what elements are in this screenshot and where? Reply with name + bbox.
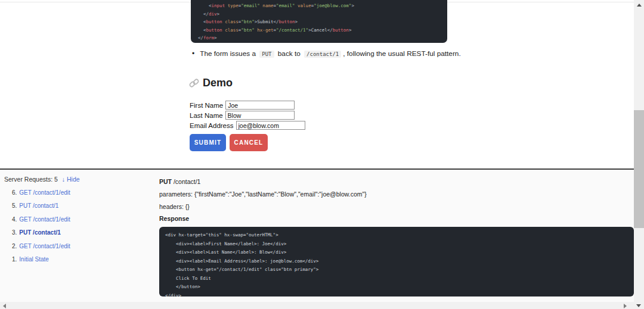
- request-number: 3.: [12, 229, 17, 236]
- request-link[interactable]: Initial State: [19, 256, 48, 263]
- demo-heading-text: Demo: [203, 77, 233, 89]
- field-row-email: Email Address: [190, 120, 305, 130]
- request-link[interactable]: PUT /contact/1: [19, 202, 58, 209]
- first-name-input[interactable]: [225, 101, 295, 110]
- request-number: 2.: [12, 243, 17, 249]
- request-list: 6.GET /contact/1/edit5.PUT /contact/14.G…: [12, 186, 70, 266]
- email-input[interactable]: [236, 121, 305, 130]
- cancel-button[interactable]: CANCEL: [230, 134, 268, 151]
- request-method-line: PUT /contact/1: [159, 177, 634, 186]
- request-method: PUT: [159, 178, 172, 185]
- request-number: 6.: [12, 189, 17, 196]
- response-code: <div hx-target="this" hx-swap="outerHTML…: [159, 227, 634, 296]
- form-buttons: SUBMIT CANCEL: [190, 134, 305, 151]
- submit-button[interactable]: SUBMIT: [190, 134, 226, 151]
- scroll-left-arrow-icon[interactable]: [3, 304, 6, 308]
- last-name-input[interactable]: [225, 111, 295, 120]
- server-requests-title: Server Requests: 5: [4, 176, 58, 183]
- request-list-item: 4.GET /contact/1/edit: [12, 213, 70, 226]
- note-bullet-item: • The form issues a PUT back to /contact…: [192, 49, 466, 59]
- request-list-item: 6.GET /contact/1/edit: [12, 186, 70, 199]
- demo-form: First Name Last Name Email Address SUBMI…: [190, 100, 305, 151]
- scrollbar-corner: [634, 302, 644, 309]
- request-list-item: 2.GET /contact/1/edit: [12, 240, 70, 253]
- request-headers: headers: {}: [159, 202, 634, 211]
- horizontal-scrollbar[interactable]: [0, 302, 634, 309]
- note-segment: The form issues a: [200, 49, 258, 58]
- scroll-up-arrow-icon[interactable]: [637, 4, 642, 7]
- note-segment: back to: [276, 49, 303, 58]
- page: <input type="email" name="email" value="…: [0, 0, 644, 309]
- server-requests-header: Server Requests: 5 ↓ Hide: [4, 176, 80, 183]
- request-number: 4.: [12, 216, 17, 223]
- request-number: 1.: [12, 256, 17, 263]
- first-name-label: First Name: [190, 102, 223, 109]
- request-parameters: parameters: {"firstName":"Joe","lastName…: [159, 190, 634, 199]
- scroll-down-arrow-icon[interactable]: [636, 304, 641, 307]
- vertical-scrollbar-thumb[interactable]: [634, 110, 644, 228]
- link-icon[interactable]: [189, 78, 199, 88]
- scroll-right-arrow-icon[interactable]: [624, 304, 627, 308]
- request-number: 5.: [12, 202, 17, 209]
- request-list-item: 3.PUT /contact/1: [12, 226, 70, 239]
- request-path: /contact/1: [174, 178, 201, 185]
- request-list-item: 5.PUT /contact/1: [12, 199, 70, 213]
- request-link[interactable]: GET /contact/1/edit: [19, 243, 70, 249]
- email-label: Email Address: [190, 122, 234, 129]
- request-detail: PUT /contact/1 parameters: {"firstName":…: [159, 177, 634, 296]
- request-link[interactable]: GET /contact/1/edit: [19, 189, 70, 196]
- field-row-last-name: Last Name: [190, 110, 305, 120]
- inline-code-put: PUT: [259, 51, 274, 58]
- request-link[interactable]: GET /contact/1/edit: [19, 216, 70, 223]
- note-segment: , following the usual REST-ful pattern.: [343, 49, 460, 58]
- response-label: Response: [159, 214, 634, 223]
- example-code: <input type="email" name="email" value="…: [191, 0, 447, 43]
- hide-link[interactable]: ↓ Hide: [62, 176, 80, 183]
- demo-heading: Demo: [189, 77, 233, 89]
- request-list-item: 1.Initial State: [12, 253, 70, 266]
- request-link[interactable]: PUT /contact/1: [19, 229, 60, 236]
- server-requests-panel: Server Requests: 5 ↓ Hide 6.GET /contact…: [0, 168, 634, 302]
- vertical-scrollbar[interactable]: [634, 0, 644, 302]
- last-name-label: Last Name: [190, 112, 223, 119]
- note-text: The form issues a PUT back to /contact/1…: [200, 49, 460, 59]
- inline-code-contact-path: /contact/1: [304, 51, 341, 58]
- bullet-dot: •: [192, 49, 194, 59]
- field-row-first-name: First Name: [190, 100, 305, 110]
